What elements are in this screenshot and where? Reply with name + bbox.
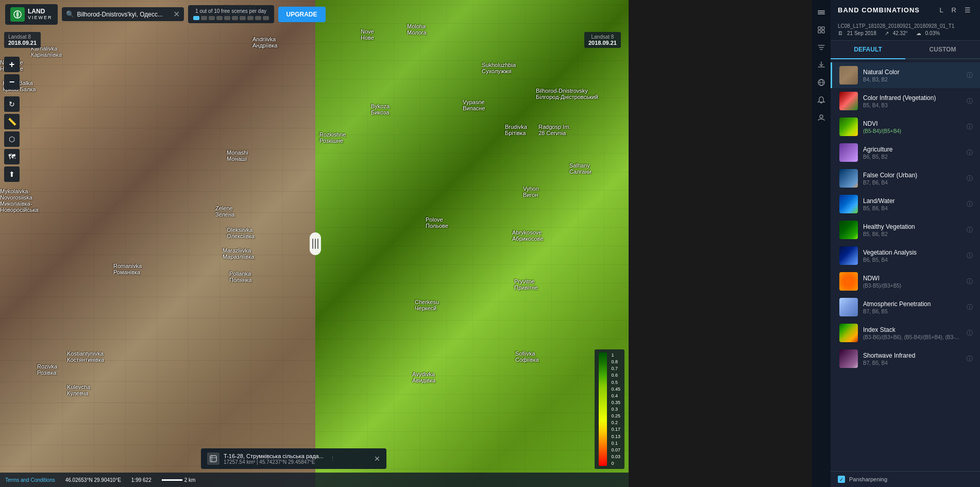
band-thumb-agriculture bbox=[839, 143, 858, 162]
ndvi-label-0.1: 0.1 bbox=[611, 441, 620, 446]
popup-coords: 45.74237°N 29.45847°E bbox=[259, 459, 315, 465]
band-thumb-natural bbox=[839, 66, 858, 85]
angle-icon: ↗ bbox=[885, 30, 889, 36]
band-item-healthy-veg[interactable]: Healthy Vegetation B5, B6, B2 ⓘ bbox=[831, 217, 980, 243]
popup-area: 17257.54 km² bbox=[224, 459, 255, 465]
measure-button[interactable]: 📏 bbox=[4, 114, 20, 129]
svg-rect-5 bbox=[818, 12, 825, 13]
band-info-icon-color-ir[interactable]: ⓘ bbox=[967, 97, 973, 106]
panel-left-button[interactable]: L bbox=[937, 5, 945, 15]
top-bar: LAND VIEWER 🔍 ✕ 1 out of 10 free scenes … bbox=[0, 0, 629, 28]
logo: LAND VIEWER bbox=[5, 4, 58, 25]
upgrade-button[interactable]: UPGRADE bbox=[278, 7, 326, 22]
svg-rect-8 bbox=[822, 27, 824, 29]
sat-info-left: Landsat 8 2018.09.21 bbox=[4, 32, 41, 48]
split-handle[interactable] bbox=[309, 0, 322, 487]
pansharpening-row[interactable]: ✓ Pansharpening bbox=[831, 471, 980, 487]
terms-link[interactable]: Terms and Conditions bbox=[5, 477, 55, 483]
ndvi-label-0.6: 0.6 bbox=[611, 373, 620, 378]
band-item-atm-pen[interactable]: Atmospheric Penetration B7, B6, B5 ⓘ bbox=[831, 294, 980, 320]
svg-rect-7 bbox=[818, 27, 821, 29]
zoom-out-button[interactable]: − bbox=[4, 74, 20, 90]
band-info-icon-healthy-veg[interactable]: ⓘ bbox=[967, 226, 973, 234]
map-right bbox=[315, 0, 629, 487]
scene-counter-text: 1 out of 10 free scenes per day bbox=[195, 8, 266, 14]
band-info-icon-index-stack[interactable]: ⓘ bbox=[967, 329, 973, 338]
svg-rect-1 bbox=[210, 456, 216, 462]
zoom-in-button[interactable]: + bbox=[4, 57, 20, 72]
ndvi-label-0.07: 0.07 bbox=[611, 447, 620, 452]
tab-default[interactable]: DEFAULT bbox=[831, 41, 905, 59]
sidebar-layers-icon[interactable] bbox=[814, 5, 829, 20]
ndvi-label-0.4: 0.4 bbox=[611, 393, 620, 398]
band-info-icon-atm-pen[interactable]: ⓘ bbox=[967, 303, 973, 312]
sidebar-expand-icon[interactable] bbox=[814, 23, 829, 37]
map-container[interactable]: HoncharivkaГончарівкаAndriivkaАндріївкаK… bbox=[0, 0, 629, 487]
ndvi-label-0.5: 0.5 bbox=[611, 380, 620, 385]
panel-menu-button[interactable]: ☰ bbox=[962, 5, 973, 15]
sat-detail-id: LC08_L1TP_181028_20180921_20180928_01_T1 bbox=[838, 23, 973, 29]
sidebar-download-icon[interactable] bbox=[814, 58, 829, 72]
band-info-healthy-veg: Healthy Vegetation B5, B6, B2 bbox=[863, 223, 961, 237]
band-info-ndwi: NDWI (B3-B5)/(B3+B5) bbox=[863, 275, 961, 289]
band-info-icon-ndvi[interactable]: ⓘ bbox=[967, 123, 973, 131]
band-item-ndvi[interactable]: NDVI (B5-B4)/(B5+B4) ⓘ bbox=[831, 114, 980, 140]
sidebar-globe-icon[interactable] bbox=[814, 75, 829, 90]
ndvi-label-0.7: 0.7 bbox=[611, 366, 620, 371]
search-input[interactable] bbox=[77, 11, 170, 18]
band-info-icon-natural[interactable]: ⓘ bbox=[967, 71, 973, 80]
band-info-icon-agriculture[interactable]: ⓘ bbox=[967, 148, 973, 157]
band-item-land-water[interactable]: Land/Water B5, B6, B4 ⓘ bbox=[831, 191, 980, 217]
band-info-agriculture: Agriculture B6, B5, B2 bbox=[863, 146, 961, 160]
ndvi-label-0.03: 0.03 bbox=[611, 454, 620, 459]
band-info-icon-shortwave[interactable]: ⓘ bbox=[967, 355, 973, 363]
ndvi-scale: 10.80.70.60.50.450.40.350.30.250.20.170.… bbox=[595, 349, 624, 469]
map-type-button[interactable]: 🗺 bbox=[4, 149, 20, 164]
sat-detail-date: 21 Sep 2018 bbox=[847, 30, 876, 36]
sidebar-filter-icon[interactable] bbox=[814, 40, 829, 55]
pansharpening-checkbox[interactable]: ✓ bbox=[838, 476, 845, 483]
map-left bbox=[0, 0, 315, 487]
popup-info: T-16-28, Струмківська сільська рада... 1… bbox=[224, 453, 324, 465]
band-thumb-veg-analysis bbox=[839, 246, 858, 265]
cloud-icon: ☁ bbox=[916, 30, 921, 36]
ndvi-labels: 10.80.70.60.50.450.40.350.30.250.20.170.… bbox=[611, 352, 620, 466]
band-info-natural: Natural Color B4, B3, B2 bbox=[863, 69, 961, 82]
ndvi-label-0.17: 0.17 bbox=[611, 427, 620, 432]
band-info-icon-veg-analysis[interactable]: ⓘ bbox=[967, 251, 973, 260]
search-bar[interactable]: 🔍 ✕ bbox=[62, 7, 184, 21]
band-item-color-ir[interactable]: Color Infrared (Vegetation) B5, B4, B3 ⓘ bbox=[831, 88, 980, 114]
sidebar-person-icon[interactable] bbox=[814, 110, 829, 125]
band-info-icon-false-urban[interactable]: ⓘ bbox=[967, 174, 973, 183]
ndvi-label-0: 0 bbox=[611, 461, 620, 466]
band-info-shortwave: Shortwave Infrared B7, B5, B4 bbox=[863, 352, 961, 366]
band-list[interactable]: Natural Color B4, B3, B2 ⓘ Color Infrare… bbox=[831, 59, 980, 471]
band-item-agriculture[interactable]: Agriculture B6, B5, B2 ⓘ bbox=[831, 140, 980, 165]
svg-rect-4 bbox=[818, 10, 825, 11]
sidebar-bell-icon[interactable] bbox=[814, 93, 829, 107]
share-button[interactable]: ⬆ bbox=[4, 166, 20, 182]
band-thumb-false-urban bbox=[839, 169, 858, 188]
panel-right-button[interactable]: R bbox=[950, 5, 958, 15]
ndvi-label-0.25: 0.25 bbox=[611, 413, 620, 418]
band-item-shortwave[interactable]: Shortwave Infrared B7, B5, B4 ⓘ bbox=[831, 346, 980, 372]
tab-custom[interactable]: CUSTOM bbox=[905, 41, 980, 59]
clear-search-icon[interactable]: ✕ bbox=[173, 9, 180, 19]
rotate-button[interactable]: ↻ bbox=[4, 96, 20, 112]
panel-header: BAND COMBINATIONS L R ☰ bbox=[831, 0, 980, 20]
band-item-ndwi[interactable]: NDWI (B3-B5)/(B3+B5) ⓘ bbox=[831, 268, 980, 294]
layers-button[interactable]: ⬡ bbox=[4, 131, 20, 147]
band-item-false-urban[interactable]: False Color (Urban) B7, B6, B4 ⓘ bbox=[831, 165, 980, 191]
band-thumb-healthy-veg bbox=[839, 221, 858, 239]
panel-header-icons: L R ☰ bbox=[937, 5, 973, 15]
band-info-icon-ndwi[interactable]: ⓘ bbox=[967, 277, 973, 286]
left-tools: + − ↻ 📏 ⬡ 🗺 ⬆ bbox=[4, 57, 20, 182]
band-item-veg-analysis[interactable]: Vegetation Analysis B6, B5, B4 ⓘ bbox=[831, 243, 980, 268]
bottom-bar: Terms and Conditions 46.02653°N 29.90410… bbox=[0, 473, 629, 487]
popup-close-button[interactable]: ✕ bbox=[374, 455, 380, 463]
band-info-icon-land-water[interactable]: ⓘ bbox=[967, 200, 973, 209]
popup-menu-icon[interactable]: ⋮ bbox=[328, 456, 337, 462]
band-item-index-stack[interactable]: Index Stack (B3-B6)/(B3+B6), (B5-B4)/(B5… bbox=[831, 320, 980, 346]
band-thumb-shortwave bbox=[839, 349, 858, 368]
band-item-natural[interactable]: Natural Color B4, B3, B2 ⓘ bbox=[831, 62, 980, 88]
